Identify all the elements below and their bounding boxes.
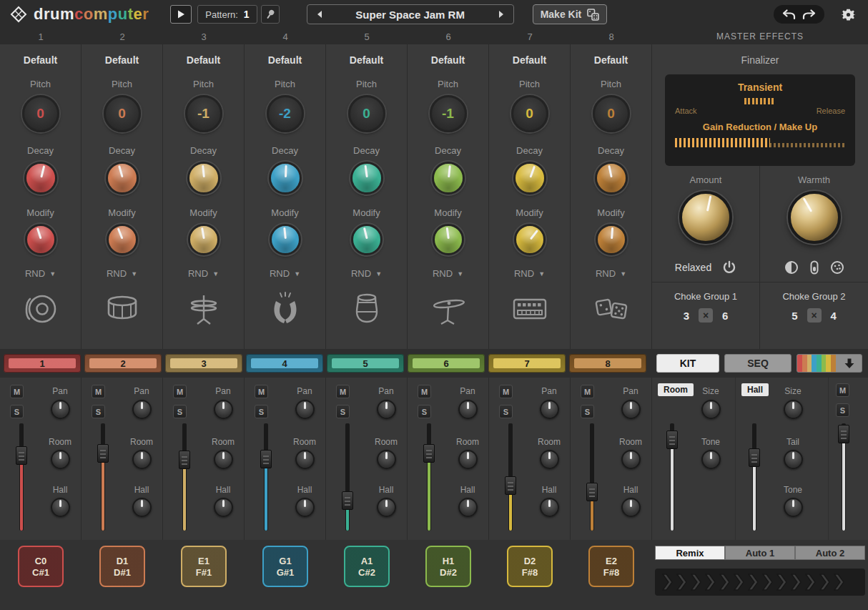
volume-fader[interactable] xyxy=(264,423,268,531)
seq-tab[interactable]: SEQ xyxy=(724,354,791,373)
note-key[interactable]: C0 C#1 xyxy=(18,546,64,587)
pan-knob[interactable] xyxy=(51,400,70,419)
rnd-dropdown[interactable]: RND ▼ xyxy=(433,268,463,279)
rnd-dropdown[interactable]: RND ▼ xyxy=(270,268,300,279)
modify-knob[interactable] xyxy=(351,224,383,255)
hall-send-knob[interactable] xyxy=(377,498,396,517)
dice-icon[interactable] xyxy=(592,290,631,328)
mute-button[interactable]: M xyxy=(255,385,268,398)
pattern-button[interactable]: 2 xyxy=(84,354,162,373)
remix-chevrons[interactable] xyxy=(655,569,865,596)
rnd-dropdown[interactable]: RND ▼ xyxy=(514,268,545,279)
room-send-knob[interactable] xyxy=(621,450,641,469)
undo-button[interactable] xyxy=(781,9,796,20)
mute-button[interactable]: M xyxy=(418,385,431,398)
volume-fader[interactable] xyxy=(182,423,187,531)
volume-fader[interactable] xyxy=(19,423,24,531)
redo-button[interactable] xyxy=(802,9,817,20)
master-volume-fader[interactable] xyxy=(842,423,846,531)
pattern-selector[interactable]: Pattern: 1 xyxy=(197,5,257,24)
rnd-dropdown[interactable]: RND ▼ xyxy=(351,268,382,279)
pitch-knob[interactable]: 0 xyxy=(511,95,548,132)
pitch-knob[interactable]: 0 xyxy=(348,95,385,132)
room-send-knob[interactable] xyxy=(51,450,70,469)
clear-icon[interactable]: × xyxy=(807,308,822,323)
tube-icon[interactable] xyxy=(809,260,819,275)
note-key[interactable]: E1 F#1 xyxy=(181,546,227,587)
volume-fader[interactable] xyxy=(345,423,350,531)
ball-icon[interactable] xyxy=(830,260,844,275)
fader-handle[interactable] xyxy=(97,444,109,463)
hall-tone-knob[interactable] xyxy=(784,498,803,517)
channel-preset-name[interactable]: Default xyxy=(187,54,220,66)
fader-handle[interactable] xyxy=(179,451,190,469)
hihat-icon[interactable] xyxy=(184,290,223,328)
channel-preset-name[interactable]: Default xyxy=(24,54,57,66)
pan-knob[interactable] xyxy=(540,400,559,419)
pan-knob[interactable] xyxy=(214,400,233,419)
hall-tab[interactable]: Hall xyxy=(741,383,769,396)
mute-button[interactable]: M xyxy=(499,385,513,398)
room-send-knob[interactable] xyxy=(214,450,233,469)
solo-button[interactable]: S xyxy=(418,405,431,418)
decay-knob[interactable] xyxy=(432,162,465,195)
hall-send-knob[interactable] xyxy=(621,498,641,517)
pattern-button[interactable]: 1 xyxy=(4,354,81,373)
modify-knob[interactable] xyxy=(433,224,464,255)
modify-knob[interactable] xyxy=(270,224,301,255)
decay-knob[interactable] xyxy=(24,162,57,195)
note-key[interactable]: G1 G#1 xyxy=(262,546,308,587)
transient-meter[interactable] xyxy=(744,98,776,104)
solo-button[interactable]: S xyxy=(336,405,350,418)
pattern-button[interactable]: 4 xyxy=(246,354,323,373)
choke2-value-b[interactable]: 4 xyxy=(831,310,837,322)
modify-knob[interactable] xyxy=(188,224,220,255)
decay-knob[interactable] xyxy=(350,162,383,195)
hall-tail-knob[interactable] xyxy=(784,450,803,469)
fader-handle[interactable] xyxy=(666,431,678,449)
pattern-button[interactable]: 6 xyxy=(408,354,485,373)
room-send-knob[interactable] xyxy=(540,450,559,469)
pitch-knob[interactable]: -1 xyxy=(185,95,222,132)
pattern-button[interactable]: 7 xyxy=(488,354,566,373)
finalizer-mode[interactable]: Relaxed xyxy=(675,262,711,273)
pan-knob[interactable] xyxy=(132,400,152,419)
choke1-value-a[interactable]: 3 xyxy=(684,310,689,322)
room-send-knob[interactable] xyxy=(458,450,478,469)
master-mute-button[interactable]: M xyxy=(836,383,849,397)
rnd-dropdown[interactable]: RND ▼ xyxy=(107,268,137,279)
fader-handle[interactable] xyxy=(423,444,435,463)
mute-button[interactable]: M xyxy=(581,385,594,398)
decay-knob[interactable] xyxy=(187,162,220,195)
note-key[interactable]: A1 C#2 xyxy=(344,546,390,587)
pin-button[interactable] xyxy=(261,5,280,24)
gain-meter[interactable] xyxy=(675,136,845,148)
note-key[interactable]: E2 F#8 xyxy=(588,546,634,587)
pan-knob[interactable] xyxy=(377,400,396,419)
pitch-knob[interactable]: 0 xyxy=(104,95,141,132)
cymbal-icon[interactable] xyxy=(429,290,468,328)
rnd-dropdown[interactable]: RND ▼ xyxy=(25,268,56,279)
pitch-knob[interactable]: 0 xyxy=(22,95,59,132)
room-tab[interactable]: Room xyxy=(658,383,694,396)
preset-next-button[interactable] xyxy=(489,5,513,24)
hall-send-knob[interactable] xyxy=(458,498,478,517)
make-kit-button[interactable]: Make Kit xyxy=(533,4,608,24)
warmth-knob[interactable] xyxy=(788,191,841,244)
auto2-tab[interactable]: Auto 2 xyxy=(795,546,865,560)
hall-send-knob[interactable] xyxy=(214,498,233,517)
contrast-icon[interactable] xyxy=(784,260,799,275)
pan-knob[interactable] xyxy=(458,400,478,419)
solo-button[interactable]: S xyxy=(499,405,513,418)
pitch-knob[interactable]: -1 xyxy=(430,95,467,132)
fader-handle[interactable] xyxy=(260,450,272,468)
channel-preset-name[interactable]: Default xyxy=(350,54,383,66)
room-send-knob[interactable] xyxy=(295,450,315,469)
choke2-value-a[interactable]: 5 xyxy=(791,310,797,322)
volume-fader[interactable] xyxy=(508,423,513,531)
pattern-button[interactable]: 5 xyxy=(327,354,404,373)
room-tone-knob[interactable] xyxy=(701,450,721,469)
rnd-dropdown[interactable]: RND ▼ xyxy=(596,268,626,279)
kick-drum-icon[interactable] xyxy=(21,290,60,328)
pan-knob[interactable] xyxy=(295,400,315,419)
